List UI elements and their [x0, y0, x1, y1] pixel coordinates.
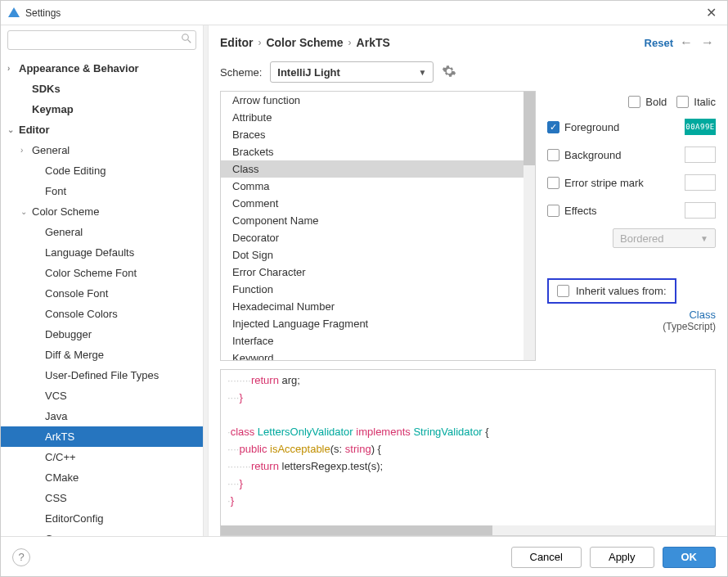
attribute-item[interactable]: Arrow function — [221, 92, 524, 109]
attribute-item[interactable]: Decorator — [221, 229, 524, 246]
tree-item-label: Color Scheme — [32, 205, 99, 218]
tree-item-label: General — [45, 226, 83, 238]
tree-item-label: SDKs — [32, 83, 61, 95]
search-wrap — [1, 25, 203, 55]
attribute-item[interactable]: Injected Language Fragment — [221, 315, 524, 332]
attribute-item[interactable]: Attribute — [221, 109, 524, 126]
attribute-item[interactable]: Hexadecimal Number — [221, 298, 524, 315]
tree-item[interactable]: ArkTS — [1, 426, 203, 447]
italic-checkbox[interactable]: Italic — [676, 96, 716, 108]
bold-checkbox[interactable]: Bold — [628, 96, 667, 108]
tree-item[interactable]: CMake — [1, 467, 203, 488]
tree-item[interactable]: Font — [1, 181, 203, 201]
window-title: Settings — [25, 7, 701, 19]
tree-item[interactable]: ⌄Editor — [1, 119, 203, 140]
attribute-item[interactable]: Comment — [221, 195, 524, 212]
attribute-item[interactable]: Dot Sign — [221, 246, 524, 264]
tree-item[interactable]: SDKs — [1, 79, 203, 99]
attribute-item[interactable]: Brackets — [221, 143, 524, 160]
attribute-item[interactable]: Error Character — [221, 264, 524, 281]
error-stripe-swatch[interactable] — [685, 174, 716, 191]
tree-item[interactable]: Console Colors — [1, 304, 203, 324]
tree-item[interactable]: Language Defaults — [1, 242, 203, 263]
tree-item[interactable]: Groovy — [1, 529, 203, 536]
tree-item[interactable]: Debugger — [1, 324, 203, 345]
attribute-item[interactable]: Keyword — [221, 349, 524, 360]
scrollbar-thumb[interactable] — [524, 92, 535, 165]
code-preview[interactable]: ········return arg; ····} ·class Letters… — [220, 369, 716, 536]
scrollbar-vertical[interactable] — [524, 92, 535, 360]
attribute-item[interactable]: Comma — [221, 178, 524, 195]
foreground-checkbox[interactable]: ✓Foreground — [547, 121, 619, 133]
background-checkbox[interactable]: Background — [547, 149, 621, 161]
inherit-source-sub: (TypeScript) — [547, 321, 716, 332]
background-swatch[interactable] — [685, 147, 716, 163]
caret-down-icon: ▼ — [700, 234, 708, 243]
attribute-item[interactable]: Component Name — [221, 212, 524, 229]
tree-item[interactable]: EditorConfig — [1, 508, 203, 529]
titlebar: Settings ✕ — [1, 1, 727, 25]
scheme-row: Scheme: IntelliJ Light ▼ — [220, 61, 716, 83]
back-button[interactable]: ← — [678, 35, 694, 50]
tree-item-label: General — [32, 144, 70, 156]
tree-item[interactable]: Color Scheme Font — [1, 263, 203, 283]
app-logo-icon — [7, 7, 20, 20]
chevron-right-icon: › — [348, 37, 352, 48]
attribute-item[interactable]: Interface — [221, 332, 524, 349]
scrollbar-horizontal[interactable] — [221, 525, 715, 535]
foreground-swatch[interactable]: 00A99E — [685, 119, 716, 135]
tree-item[interactable]: C/C++ — [1, 447, 203, 467]
svg-line-1 — [188, 40, 191, 43]
forward-button[interactable]: → — [699, 35, 716, 50]
tree-item[interactable]: ›General — [1, 140, 203, 160]
cancel-button[interactable]: Cancel — [511, 547, 582, 568]
tree-item-label: EditorConfig — [45, 512, 104, 525]
tree-item[interactable]: CSS — [1, 488, 203, 508]
crumb-color-scheme[interactable]: Color Scheme — [266, 36, 343, 49]
reset-link[interactable]: Reset — [645, 37, 673, 49]
apply-button[interactable]: Apply — [590, 547, 654, 568]
tree-item[interactable]: User-Defined File Types — [1, 365, 203, 385]
tree-item[interactable]: General — [1, 222, 203, 242]
attribute-item[interactable]: Class — [221, 160, 524, 178]
crumb-arkts: ArkTS — [357, 36, 390, 49]
tree-item[interactable]: Diff & Merge — [1, 345, 203, 365]
chevron-right-icon: › — [7, 64, 19, 73]
scheme-value: IntelliJ Light — [277, 66, 340, 79]
scrollbar-thumb[interactable] — [221, 525, 492, 535]
error-stripe-checkbox[interactable]: Error stripe mark — [547, 177, 644, 189]
close-icon[interactable]: ✕ — [701, 5, 721, 20]
tree-item-label: Code Editing — [45, 165, 106, 177]
tree-item-label: VCS — [45, 390, 67, 402]
tree-item-label: Console Font — [45, 287, 108, 300]
chevron-down-icon: ⌄ — [7, 125, 19, 134]
tree-item[interactable]: ›Appearance & Behavior — [1, 58, 203, 79]
tree-item-label: Debugger — [45, 328, 92, 340]
attribute-item[interactable]: Braces — [221, 126, 524, 143]
tree-item[interactable]: VCS — [1, 385, 203, 406]
gear-icon[interactable] — [442, 64, 458, 80]
sidebar: ›Appearance & BehaviorSDKsKeymap⌄Editor›… — [1, 25, 204, 536]
effects-checkbox[interactable]: Effects — [547, 205, 597, 217]
tree-item-label: C/C++ — [45, 451, 76, 463]
tree-item-label: ArkTS — [45, 430, 74, 443]
tree-item[interactable]: Console Font — [1, 283, 203, 304]
search-input[interactable] — [7, 30, 196, 50]
effects-swatch[interactable] — [685, 202, 716, 219]
tree-item-label: Language Defaults — [45, 246, 134, 259]
scheme-select[interactable]: IntelliJ Light ▼ — [270, 61, 434, 83]
tree-item[interactable]: Code Editing — [1, 160, 203, 181]
inherit-values-checkbox[interactable]: Inherit values from: — [547, 278, 676, 304]
chevron-down-icon: ⌄ — [20, 207, 32, 216]
inherit-source-link[interactable]: Class — [547, 309, 716, 321]
caret-down-icon: ▼ — [418, 68, 426, 77]
tree-item[interactable]: Java — [1, 406, 203, 426]
tree-item[interactable]: ⌄Color Scheme — [1, 201, 203, 222]
ok-button[interactable]: OK — [663, 547, 717, 568]
help-button[interactable]: ? — [12, 548, 30, 566]
tree-item[interactable]: Keymap — [1, 99, 203, 119]
attribute-item[interactable]: Function — [221, 281, 524, 298]
crumb-editor[interactable]: Editor — [220, 36, 253, 49]
settings-tree[interactable]: ›Appearance & BehaviorSDKsKeymap⌄Editor›… — [1, 55, 203, 536]
attribute-list: Arrow functionAttributeBracesBracketsCla… — [220, 91, 536, 361]
